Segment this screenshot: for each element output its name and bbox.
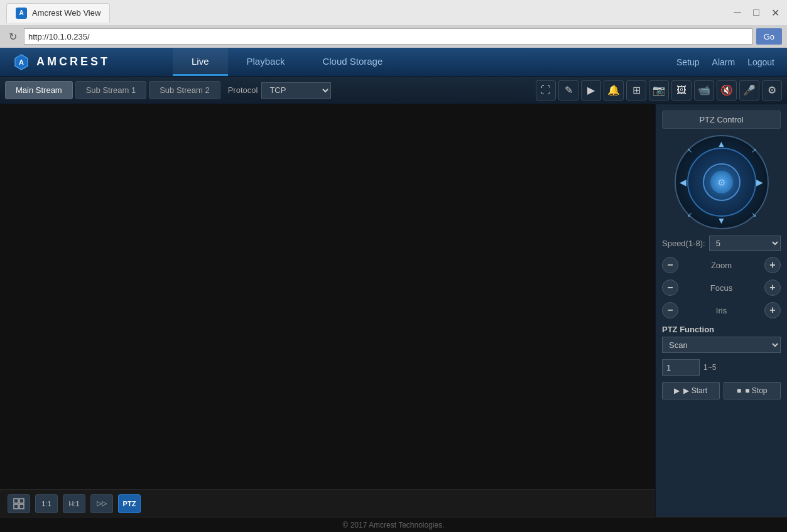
focus-minus-button[interactable]: − xyxy=(662,280,678,296)
nav-links: Live Playback Cloud Storage xyxy=(173,48,401,76)
ptz-down-button[interactable]: ▼ xyxy=(715,214,728,227)
video-area: 1:1 H:1 ▷▷ PTZ xyxy=(0,104,655,517)
speed-label: Speed(1-8): xyxy=(662,239,705,248)
iris-plus-button[interactable]: + xyxy=(764,302,781,318)
main-stream-tab[interactable]: Main Stream xyxy=(5,81,73,99)
ptz-upleft-button[interactable]: ↖ xyxy=(683,144,696,156)
svg-rect-2 xyxy=(14,499,18,503)
focus-label: Focus xyxy=(682,283,761,293)
ratio-wide-button[interactable]: ▷▷ xyxy=(90,494,113,513)
speed-select[interactable]: 1234 5678 xyxy=(709,236,781,251)
draw-button[interactable]: ✎ xyxy=(558,80,578,100)
app-container: A AMCREST Live Playback Cloud Storage Se… xyxy=(0,48,787,532)
sub-stream-2-tab[interactable]: Sub Stream 2 xyxy=(149,81,220,99)
title-bar: A Amcrest Web View ─ □ ✕ xyxy=(0,0,787,25)
zoom-minus-button[interactable]: − xyxy=(662,257,678,273)
arrow-button[interactable]: ▶ xyxy=(581,80,601,100)
layout-button[interactable] xyxy=(8,494,30,513)
toolbar-right: ⛶ ✎ ▶ 🔔 ⊞ 📷 🖼 📹 🔇 🎤 ⚙ xyxy=(536,80,782,100)
ptz-title: PTZ Control xyxy=(662,111,781,129)
record-icon: 📹 xyxy=(698,84,710,96)
logo-area: A AMCREST xyxy=(0,53,122,71)
play-icon: ▶ xyxy=(587,84,595,96)
ptz-function-label: PTZ Function xyxy=(662,325,781,334)
url-input[interactable] xyxy=(24,28,752,45)
gear-icon: ⚙ xyxy=(768,84,776,96)
gallery-button[interactable]: 🖼 xyxy=(671,80,692,100)
ratio-1-1-button[interactable]: 1:1 xyxy=(35,494,58,513)
camera-icon: 📷 xyxy=(653,84,665,96)
ptz-right-button[interactable]: ▶ xyxy=(754,176,766,188)
logout-link[interactable]: Logout xyxy=(747,57,774,67)
ptz-number-input[interactable] xyxy=(662,359,700,376)
nav-link-playback[interactable]: Playback xyxy=(228,48,304,76)
minimize-button[interactable]: ─ xyxy=(732,7,743,18)
ptz-start-button[interactable]: ▶ ▶ Start xyxy=(662,382,720,399)
crop-button[interactable]: ⊞ xyxy=(626,80,646,100)
settings-button[interactable]: ⚙ xyxy=(762,80,782,100)
tab-title: Amcrest Web View xyxy=(32,8,100,18)
brand-name: AMCREST xyxy=(36,55,110,68)
maximize-button[interactable]: □ xyxy=(751,7,762,18)
ptz-downright-button[interactable]: ↘ xyxy=(747,208,760,220)
draw-icon: ✎ xyxy=(565,84,573,96)
record-button[interactable]: 📹 xyxy=(694,80,714,100)
iris-label: Iris xyxy=(682,306,761,315)
ptz-upright-button[interactable]: ↗ xyxy=(747,144,760,156)
ptz-function-select[interactable]: Scan Preset Tour Pattern Auto Pan xyxy=(662,337,781,353)
iris-minus-button[interactable]: − xyxy=(662,302,678,318)
mute-icon: 🔇 xyxy=(720,84,733,96)
iris-control: − Iris + xyxy=(662,302,781,318)
ptz-panel: PTZ Control ⊙ ▲ ▼ ◀ ▶ ↖ ↗ ↙ ↘ xyxy=(655,104,787,517)
alarm-link[interactable]: Alarm xyxy=(712,57,735,67)
zoom-plus-button[interactable]: + xyxy=(764,257,781,273)
svg-rect-3 xyxy=(19,499,24,503)
ratio-hd-button[interactable]: H:1 xyxy=(63,494,85,513)
ptz-up-button[interactable]: ▲ xyxy=(715,138,728,150)
play-icon: ▶ xyxy=(674,386,680,395)
ptz-action-row: ▶ ▶ Start ■ ■ Stop xyxy=(662,382,781,399)
layout-icon xyxy=(13,498,24,509)
setup-link[interactable]: Setup xyxy=(676,57,700,67)
nav-link-live[interactable]: Live xyxy=(173,48,228,76)
speed-control: Speed(1-8): 1234 5678 xyxy=(662,236,781,251)
snapshot-button[interactable]: 📷 xyxy=(649,80,669,100)
ptz-left-button[interactable]: ◀ xyxy=(677,176,690,188)
protocol-label: Protocol xyxy=(228,85,258,95)
svg-text:A: A xyxy=(19,58,24,66)
ptz-center-button[interactable]: ⊙ xyxy=(710,171,733,193)
ptz-joystick-container: ⊙ ▲ ▼ ◀ ▶ ↖ ↗ ↙ ↘ xyxy=(662,135,781,229)
address-bar: ↻ Go xyxy=(0,25,787,48)
ptz-joystick: ⊙ ▲ ▼ ◀ ▶ ↖ ↗ ↙ ↘ xyxy=(675,135,769,229)
fullscreen-button[interactable]: ⛶ xyxy=(536,80,556,100)
ptz-range-label: 1~5 xyxy=(703,363,716,372)
copyright-text: © 2017 Amcrest Technologies. xyxy=(342,521,444,529)
ptz-stop-button[interactable]: ■ ■ Stop xyxy=(724,382,781,399)
bell-icon: 🔔 xyxy=(607,84,620,96)
svg-rect-5 xyxy=(19,504,24,509)
window-controls: ─ □ ✕ xyxy=(732,7,781,18)
ptz-function-row: 1~5 xyxy=(662,359,781,376)
go-button[interactable]: Go xyxy=(756,28,782,45)
sub-stream-1-tab[interactable]: Sub Stream 1 xyxy=(75,81,147,99)
alarm-button[interactable]: 🔔 xyxy=(604,80,624,100)
protocol-select[interactable]: TCP UDP MULTICAST HTTP xyxy=(261,82,331,99)
refresh-button[interactable]: ↻ xyxy=(5,29,20,44)
nav-link-cloud[interactable]: Cloud Storage xyxy=(303,48,401,76)
stream-toolbar: Main Stream Sub Stream 1 Sub Stream 2 Pr… xyxy=(0,77,787,104)
tab-favicon: A xyxy=(16,8,27,19)
focus-control: − Focus + xyxy=(662,280,781,296)
zoom-label: Zoom xyxy=(682,261,761,270)
focus-plus-button[interactable]: + xyxy=(764,280,781,296)
ptz-downleft-button[interactable]: ↙ xyxy=(683,208,696,220)
crop-icon: ⊞ xyxy=(632,84,641,96)
ptz-toggle-button[interactable]: PTZ xyxy=(118,494,141,513)
mic-button[interactable]: 🎤 xyxy=(739,80,759,100)
browser-tab[interactable]: A Amcrest Web View xyxy=(6,3,110,23)
ratio-hd-icon: H:1 xyxy=(68,500,79,508)
mute-button[interactable]: 🔇 xyxy=(717,80,737,100)
close-button[interactable]: ✕ xyxy=(769,7,781,18)
image-icon: 🖼 xyxy=(676,85,687,96)
svg-rect-4 xyxy=(14,504,18,509)
nav-bar: A AMCREST Live Playback Cloud Storage Se… xyxy=(0,48,787,77)
